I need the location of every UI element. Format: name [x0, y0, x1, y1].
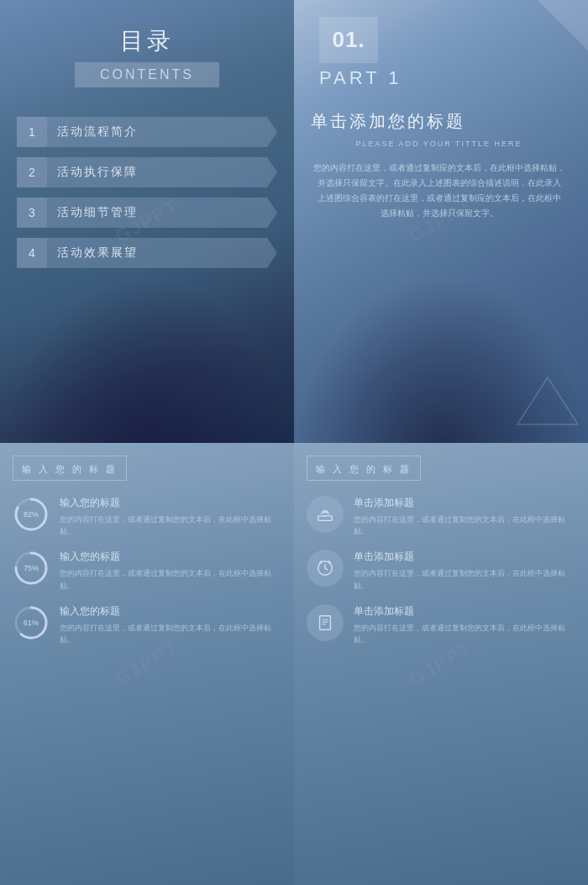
part1-body4: 选择粘贴，并选择只保留文字。 [381, 208, 498, 218]
part1-body3: 上述图综合容表的打在这里，或者通过复制应的文本后，在此框中 [318, 193, 561, 203]
progress-pct-3: 61% [24, 619, 39, 627]
icon-text-1: 单击添加标题 您的内容打在这里，或者通过复制您的文本后，在此框中选择粘贴。 [354, 496, 575, 538]
progress-heading-2: 输入您的标题 [60, 550, 281, 564]
panel-part1: GJPPT 01. PART 1 单击添加您的标题 PLEASE ADD YOU… [294, 0, 588, 443]
part1-number: 01. [332, 27, 365, 53]
menu-item-1[interactable]: 1 活动流程简介 [17, 117, 277, 147]
icon-item-2: 单击添加标题 您的内容打在这里，或者通过复制您的文本后，在此框中选择粘贴。 [307, 550, 575, 592]
icon-body-3: 您的内容打在这里，或者通过复制您的文本后，在此框中选择粘贴。 [354, 622, 575, 646]
progress-text-1: 输入您的标题 您的内容打在这里，或者通过复制您的文本后，在此框中选择粘贴。 [60, 496, 281, 538]
progress-circle-1: 82% [13, 496, 50, 533]
progress-item-2: 75% 输入您的标题 您的内容打在这里，或者通过复制您的文本后，在此框中选择粘贴… [13, 550, 281, 592]
svg-point-8 [324, 514, 326, 516]
menu-label-1: 活动流程简介 [57, 124, 138, 140]
part1-number-box: 01. [319, 17, 378, 63]
icon-doc [307, 604, 344, 641]
contents-menu: 1 活动流程简介 2 活动执行保障 3 活动细节管理 4 活动 [17, 117, 277, 268]
part1-heading: 单击添加您的标题 [311, 110, 567, 133]
icon-clock [307, 550, 344, 587]
svg-rect-10 [320, 616, 331, 630]
menu-num-3: 3 [17, 198, 47, 228]
icon-body-2: 您的内容打在这里，或者通过复制您的文本后，在此框中选择粘贴。 [354, 567, 575, 592]
progress-heading-3: 输入您的标题 [60, 604, 281, 619]
menu-label-2: 活动执行保障 [57, 165, 138, 180]
progress-heading-1: 输入您的标题 [60, 496, 281, 510]
panel-contents: GJPPT 目录 CONTENTS 1 活动流程简介 2 活动执行保障 3 活动… [0, 0, 294, 443]
icon-item-1: 单击添加标题 您的内容打在这里，或者通过复制您的文本后，在此框中选择粘贴。 [307, 496, 575, 538]
deco-triangle-bottom [516, 376, 580, 426]
icon-heading-2: 单击添加标题 [354, 550, 575, 564]
progress-item-3: 61% 输入您的标题 您的内容打在这里，或者通过复制您的文本后，在此框中选择粘贴… [13, 604, 281, 646]
menu-num-2: 2 [17, 157, 47, 187]
menu-item-2[interactable]: 2 活动执行保障 [17, 157, 277, 187]
title-en-box: CONTENTS [75, 62, 219, 87]
icon-heading-3: 单击添加标题 [354, 604, 575, 619]
menu-label-4: 活动效果展望 [57, 245, 138, 261]
panel-icons: GJPPT 输 入 您 的 标 题 单击添加标题 您的内容打在这里，或者通过复制… [294, 443, 588, 886]
panel-progress: GJPPT 输 入 您 的 标 题 82% 输入您的标题 您的内容打在这里，或者… [0, 443, 294, 886]
section-title-bar-right: 输 入 您 的 标 题 [307, 456, 421, 481]
section-title-left: 输 入 您 的 标 题 [22, 464, 118, 474]
part1-body1: 您的内容打在这里，或者通过复制应的文本后，在此框中选择粘贴， [313, 163, 565, 172]
part1-label: PART 1 [319, 67, 567, 89]
progress-body-1: 您的内容打在这里，或者通过复制您的文本后，在此框中选择粘贴。 [60, 514, 281, 538]
progress-circle-3: 61% [13, 604, 50, 641]
part1-body2: 并选择只保留文字。在此录入上述图表的综合描述说明，在此录入 [318, 178, 561, 187]
menu-item-4[interactable]: 4 活动效果展望 [17, 238, 277, 268]
main-container: GJPPT 目录 CONTENTS 1 活动流程简介 2 活动执行保障 3 活动… [0, 0, 588, 885]
menu-num-4: 4 [17, 238, 47, 268]
icon-text-3: 单击添加标题 您的内容打在这里，或者通过复制您的文本后，在此框中选择粘贴。 [354, 604, 575, 646]
progress-pct-2: 75% [24, 564, 39, 572]
menu-label-3: 活动细节管理 [57, 205, 138, 220]
icon-wifi [307, 496, 344, 533]
part1-subtitle: PLEASE ADD YOUR TITTLE HERE [311, 140, 567, 148]
progress-text-2: 输入您的标题 您的内容打在这里，或者通过复制您的文本后，在此框中选择粘贴。 [60, 550, 281, 592]
progress-body-3: 您的内容打在这里，或者通过复制您的文本后，在此框中选择粘贴。 [60, 622, 281, 646]
progress-text-3: 输入您的标题 您的内容打在这里，或者通过复制您的文本后，在此框中选择粘贴。 [60, 604, 281, 646]
menu-bar-2: 活动执行保障 [47, 157, 277, 187]
section-title-bar-left: 输 入 您 的 标 题 [13, 456, 127, 481]
part1-body: 您的内容打在这里，或者通过复制应的文本后，在此框中选择粘贴， 并选择只保留文字。… [311, 161, 567, 221]
clock-icon [316, 559, 334, 577]
progress-item-1: 82% 输入您的标题 您的内容打在这里，或者通过复制您的文本后，在此框中选择粘贴… [13, 496, 281, 538]
icon-item-3: 单击添加标题 您的内容打在这里，或者通过复制您的文本后，在此框中选择粘贴。 [307, 604, 575, 646]
svg-marker-0 [517, 377, 578, 424]
document-icon [316, 614, 334, 632]
menu-bar-4: 活动效果展望 [47, 238, 277, 268]
menu-bar-3: 活动细节管理 [47, 198, 277, 228]
menu-item-3[interactable]: 3 活动细节管理 [17, 198, 277, 228]
icon-heading-1: 单击添加标题 [354, 496, 575, 510]
title-cn: 目录 [120, 25, 174, 57]
section-title-right: 输 入 您 的 标 题 [316, 464, 412, 474]
title-en: CONTENTS [100, 67, 194, 82]
progress-circle-2: 75% [13, 550, 50, 587]
wifi-icon [316, 505, 334, 524]
menu-bar-1: 活动流程简介 [47, 117, 277, 147]
icon-body-1: 您的内容打在这里，或者通过复制您的文本后，在此框中选择粘贴。 [354, 514, 575, 538]
progress-body-2: 您的内容打在这里，或者通过复制您的文本后，在此框中选择粘贴。 [60, 567, 281, 592]
menu-num-1: 1 [17, 117, 47, 147]
icon-text-2: 单击添加标题 您的内容打在这里，或者通过复制您的文本后，在此框中选择粘贴。 [354, 550, 575, 592]
progress-pct-1: 82% [24, 510, 39, 519]
deco-triangle-top [538, 0, 588, 50]
